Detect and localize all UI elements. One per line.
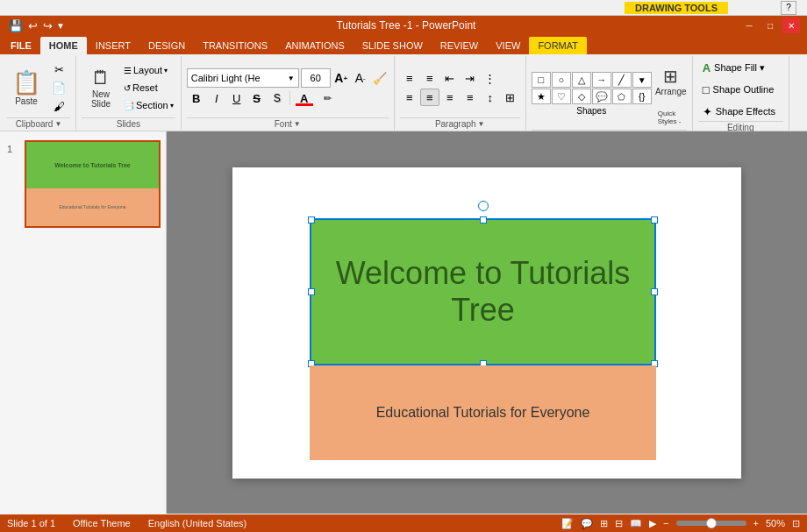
align-center-btn[interactable]: ≡	[420, 89, 439, 106]
decrease-indent-btn[interactable]: ⇤	[440, 69, 460, 87]
cut-btn[interactable]: ✂	[47, 60, 70, 78]
subtitle-shape[interactable]: Educational Tutorials for Everyone	[310, 365, 656, 460]
customize-qa-btn[interactable]: ▼	[56, 21, 65, 31]
bold-btn[interactable]: B	[187, 89, 206, 107]
smartart-btn[interactable]: ⊞	[501, 89, 520, 106]
copy-btn[interactable]: 📄	[47, 79, 70, 96]
shape-triangle[interactable]: △	[572, 72, 591, 88]
slide-sorter-btn[interactable]: ⊟	[615, 518, 623, 529]
shape-outline-btn[interactable]: □ Shape Outline	[698, 80, 783, 99]
tab-file[interactable]: FILE	[2, 37, 40, 54]
shape-line[interactable]: ╱	[612, 72, 632, 88]
clear-format-btn[interactable]: 🧹	[371, 69, 389, 87]
text-highlight-btn[interactable]: ✏	[317, 89, 339, 107]
drawing-group: □ ○ △ → ╱ ▼ ★ ♡ ◇ 💬 ⬠ {}	[526, 56, 693, 131]
zoom-level: 50%	[766, 518, 785, 528]
shape-star[interactable]: ★	[532, 89, 551, 104]
tab-format[interactable]: FORMAT	[529, 37, 587, 54]
text-shadow-btn[interactable]: S	[268, 89, 287, 107]
shape-oval[interactable]: ○	[552, 72, 571, 88]
font-size-dropdown[interactable]: 60	[301, 68, 331, 88]
font-color-btn[interactable]: A	[293, 89, 316, 107]
align-right-btn[interactable]: ≡	[440, 89, 460, 106]
section-btn[interactable]: 📑 Section ▾	[122, 97, 175, 114]
shapes-more-btn[interactable]: ▼	[632, 72, 652, 88]
cols-btn[interactable]: ⋮	[481, 69, 500, 87]
layout-btn[interactable]: ☰ Layout ▾	[122, 62, 175, 79]
tab-animations[interactable]: ANIMATIONS	[276, 37, 354, 54]
tab-transitions[interactable]: TRANSITIONS	[194, 37, 276, 54]
zoom-slider[interactable]	[676, 521, 746, 526]
tab-slideshow[interactable]: SLIDE SHOW	[354, 37, 432, 54]
slide-number-label: 1	[7, 144, 12, 154]
shape-callout[interactable]: 💬	[592, 89, 611, 104]
fit-btn[interactable]: ⊡	[792, 518, 800, 529]
theme-info: Office Theme	[73, 518, 131, 528]
undo-qa-btn[interactable]: ↩	[26, 19, 39, 32]
shape-heart[interactable]: ♡	[552, 89, 571, 104]
tab-review[interactable]: REVIEW	[432, 37, 487, 54]
decrease-font-btn[interactable]: A-	[352, 69, 369, 87]
shape-bracket[interactable]: {}	[632, 89, 652, 104]
tab-home[interactable]: HOME	[40, 37, 87, 54]
paragraph-label: Paragraph ▼	[400, 117, 520, 129]
normal-view-btn[interactable]: ⊞	[600, 518, 608, 529]
maximize-btn[interactable]: □	[761, 18, 779, 33]
tab-design[interactable]: DESIGN	[139, 37, 194, 54]
font-name-dropdown[interactable]: Calibri Light (He ▼	[187, 68, 299, 88]
shape-fill-btn[interactable]: A Shape Fill ▾	[698, 58, 783, 77]
strikethrough-btn[interactable]: S	[247, 89, 267, 107]
slide-thumbnail[interactable]: Welcome to Tutorials Tree Educational Tu…	[25, 140, 161, 228]
paste-icon: 📋	[12, 69, 40, 96]
title-shape[interactable]: Welcome to Tutorials Tree	[310, 218, 656, 365]
language-info: English (United States)	[148, 518, 247, 528]
paste-btn[interactable]: 📋 Paste	[7, 64, 46, 111]
numbering-btn[interactable]: ≡	[420, 69, 439, 87]
minimize-btn[interactable]: ─	[740, 18, 758, 33]
reading-view-btn[interactable]: 📖	[630, 518, 642, 529]
comments-btn[interactable]: 💬	[581, 518, 593, 529]
slide-title: Welcome to Tutorials Tree	[310, 255, 656, 329]
font-group: Calibri Light (He ▼ 60 A+ A- 🧹 B I U S S	[182, 56, 395, 131]
shape-rect[interactable]: □	[532, 72, 551, 88]
slides-label: Slides	[82, 117, 175, 129]
zoom-in-btn[interactable]: +	[753, 518, 759, 528]
shapes-btn[interactable]: Shapes	[576, 106, 606, 116]
line-spacing-btn[interactable]: ↕	[481, 89, 500, 106]
reset-btn[interactable]: ↺ Reset	[122, 80, 175, 96]
underline-btn[interactable]: U	[227, 89, 246, 107]
shape-pentagon[interactable]: ⬠	[612, 89, 632, 104]
format-painter-btn[interactable]: 🖌	[47, 97, 70, 115]
align-left-btn[interactable]: ≡	[400, 89, 419, 106]
notes-btn[interactable]: 📝	[561, 518, 574, 529]
italic-btn[interactable]: I	[207, 89, 226, 107]
slideshow-btn[interactable]: ▶	[649, 518, 656, 529]
slides-panel: 1 Welcome to Tutorials Tree Educational …	[0, 131, 167, 514]
thumb-subtitle: Educational Tutorials for Everyone	[57, 202, 127, 211]
close-btn[interactable]: ✕	[782, 18, 800, 33]
bullets-btn[interactable]: ≡	[400, 69, 419, 87]
arrange-btn[interactable]: ⊞ Arrange	[655, 58, 687, 103]
tab-insert[interactable]: INSERT	[87, 37, 139, 54]
zoom-out-btn[interactable]: −	[663, 518, 668, 528]
increase-indent-btn[interactable]: ⇥	[461, 69, 480, 87]
shape-effects-btn[interactable]: ✦ Shape Effects	[698, 102, 783, 121]
new-slide-btn[interactable]: 🗒 New Slide	[82, 64, 120, 111]
help-btn[interactable]: ?	[781, 1, 796, 15]
new-slide-icon: 🗒	[91, 67, 111, 89]
tab-view[interactable]: VIEW	[487, 37, 529, 54]
clipboard-label: Clipboard ▼	[7, 117, 70, 129]
increase-font-btn[interactable]: A+	[332, 69, 350, 87]
shape-arrow[interactable]: →	[592, 72, 611, 88]
quick-styles-btn[interactable]: Quick Styles -	[655, 105, 687, 130]
clipboard-group: 📋 Paste ✂ 📄 🖌 Clipboard ▼	[2, 56, 76, 131]
slide-canvas[interactable]: Welcome to Tutorials Tree Educatio	[232, 167, 741, 479]
justify-btn[interactable]: ≡	[461, 89, 480, 106]
redo-qa-btn[interactable]: ↪	[41, 19, 54, 32]
save-qa-btn[interactable]: 💾	[7, 19, 25, 32]
slide-info: Slide 1 of 1	[7, 518, 55, 528]
status-bar: Slide 1 of 1 Office Theme English (Unite…	[0, 514, 807, 532]
rotation-handle[interactable]	[478, 201, 489, 211]
paragraph-group: ≡ ≡ ⇤ ⇥ ⋮ ≡ ≡ ≡ ≡ ↕ ⊞ Paragraph ▼	[395, 56, 526, 131]
shape-diamond[interactable]: ◇	[572, 89, 591, 104]
